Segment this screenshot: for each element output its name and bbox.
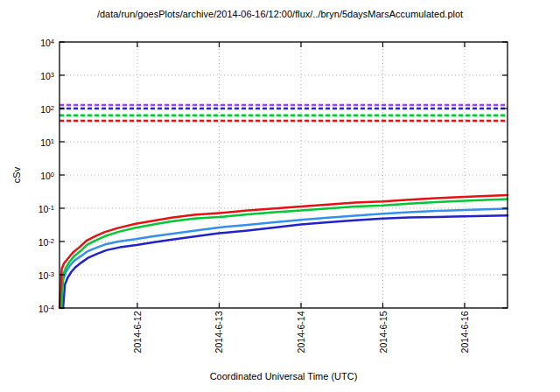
x-tick-label: 2014-6-12 [131,312,143,368]
accumulated-dose-light-blue-curve [61,209,508,309]
y-axis-title: cSv [11,149,24,201]
x-tick-label: 2014-6-14 [296,312,307,368]
y-tick-label: 104 [14,36,54,48]
y-tick-label: 10-1 [14,202,54,214]
y-tick-label: 103 [14,69,54,81]
accumulated-dose-green-curve [61,200,508,309]
y-tick-label: 102 [14,102,54,115]
plot-canvas [0,0,560,392]
y-tick-label: 10-2 [14,235,54,248]
y-tick-label: 10-4 [14,302,54,314]
x-axis-title: Coordinated Universal Time (UTC) [60,371,508,382]
gnuplot-screenshot: /data/run/goesPlots/archive/2014-06-16/1… [0,0,560,392]
x-tick-label: 2014-6-15 [377,312,388,368]
y-tick-label: 101 [14,136,54,148]
y-tick-label: 10-3 [14,269,54,281]
x-tick-label: 2014-6-16 [459,312,471,368]
x-tick-label: 2014-6-13 [214,312,225,368]
